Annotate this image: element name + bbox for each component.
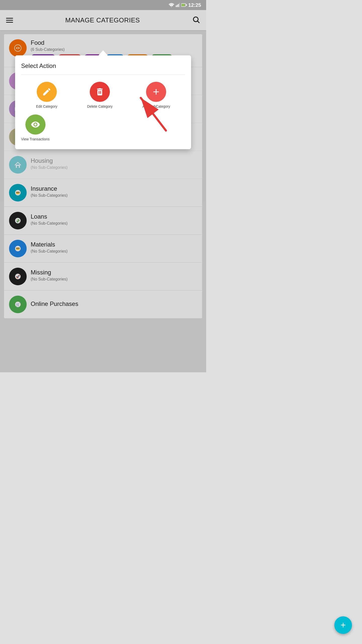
- delete-category-icon-circle: [90, 82, 110, 102]
- select-action-popup: Select Action Edit Category Delete Categ…: [15, 55, 191, 149]
- popup-actions-row: Edit Category Delete Category Add SubCat…: [21, 82, 185, 108]
- status-icons: 12:25: [169, 2, 201, 8]
- edit-category-action[interactable]: Edit Category: [36, 82, 57, 108]
- svg-rect-2: [177, 5, 177, 7]
- delete-category-action[interactable]: Delete Category: [87, 82, 113, 108]
- wifi-icon: [169, 3, 174, 7]
- view-transactions-action[interactable]: View Transactions: [21, 114, 50, 141]
- svg-rect-4: [179, 3, 180, 7]
- svg-rect-7: [186, 4, 187, 6]
- view-transactions-label: View Transactions: [21, 137, 50, 141]
- svg-point-0: [171, 7, 172, 7]
- delete-category-label: Delete Category: [87, 104, 113, 108]
- popup-triangle: [98, 50, 108, 56]
- popup-title: Select Action: [21, 62, 185, 69]
- add-subcategory-action[interactable]: Add SubCategory: [142, 82, 170, 108]
- popup-bottom-actions: View Transactions: [21, 114, 185, 141]
- edit-category-label: Edit Category: [36, 104, 57, 108]
- add-subcategory-icon-circle: [146, 82, 166, 102]
- battery-icon: [181, 3, 187, 7]
- svg-rect-1: [176, 6, 176, 7]
- svg-rect-6: [182, 4, 185, 6]
- view-transactions-icon-circle: [25, 114, 46, 135]
- edit-category-icon-circle: [37, 82, 57, 102]
- popup-divider: [21, 74, 185, 75]
- status-time: 12:25: [188, 2, 201, 8]
- status-bar: 12:25: [0, 0, 206, 10]
- svg-rect-3: [178, 4, 179, 7]
- add-subcategory-label: Add SubCategory: [142, 104, 170, 108]
- signal-icon: [176, 3, 180, 7]
